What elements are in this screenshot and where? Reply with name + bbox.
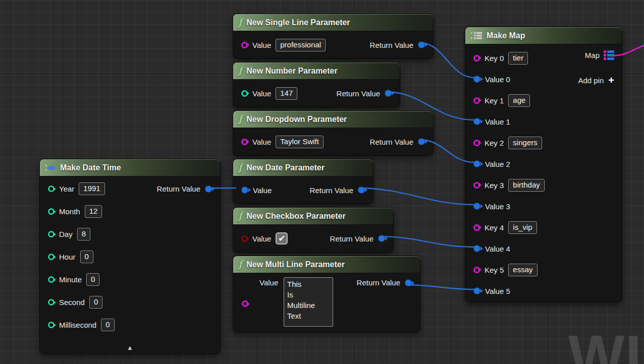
- value-checkbox[interactable]: ✔: [276, 232, 288, 245]
- pin-row: Value 147 Return Value: [233, 80, 400, 107]
- key4-input-pin[interactable]: [473, 224, 480, 231]
- pin-label: Year: [59, 185, 74, 193]
- value2-input-pin[interactable]: [473, 160, 480, 167]
- node-new-number-parameter[interactable]: ƒ New Number Parameter Value 147 Return …: [233, 62, 400, 107]
- function-icon: ƒ: [238, 66, 242, 76]
- pin-row: Value This Is Multiline Text Return Valu…: [233, 273, 420, 332]
- value-label: Value: [252, 41, 271, 49]
- value1-input-pin[interactable]: [473, 118, 480, 125]
- year-field[interactable]: 1991: [79, 183, 104, 195]
- node-new-date-parameter[interactable]: ƒ New Date Parameter Value Return Value: [233, 159, 373, 204]
- pin-row-day: Day 8: [40, 223, 220, 246]
- millisecond-field[interactable]: 0: [101, 319, 114, 331]
- wire-checkbox-to-value4[interactable]: [380, 236, 474, 247]
- key1-field[interactable]: age: [508, 94, 530, 107]
- return-value-label: Return Value: [157, 185, 200, 193]
- month-field[interactable]: 12: [85, 205, 102, 218]
- node-new-single-line-parameter[interactable]: ƒ New Single Line Parameter Value profes…: [233, 14, 434, 59]
- node-make-map[interactable]: Make Map Key 0 tier Value 0 Key 1 age Va…: [465, 27, 622, 302]
- year-input-pin[interactable]: [48, 186, 55, 192]
- key-row-2: Key 2 singers: [465, 132, 622, 153]
- value-label: Value 1: [485, 117, 510, 126]
- node-title: New Date Parameter: [246, 163, 325, 172]
- millisecond-input-pin[interactable]: [48, 322, 55, 328]
- month-input-pin[interactable]: [48, 208, 55, 215]
- node-title: New Checkbox Parameter: [246, 212, 346, 221]
- key4-field[interactable]: is_vip: [508, 221, 536, 234]
- node-make-date-time-header[interactable]: Make Date Time: [40, 159, 220, 176]
- pin-label: Hour: [59, 253, 76, 261]
- value-input-pin[interactable]: [241, 187, 248, 194]
- key3-field[interactable]: birthday: [508, 179, 544, 192]
- node-header[interactable]: ƒ New Date Parameter: [233, 159, 373, 176]
- node-new-dropdown-parameter[interactable]: ƒ New Dropdown Parameter Value Taylor Sw…: [233, 110, 434, 156]
- node-header[interactable]: ƒ New Single Line Parameter: [233, 14, 433, 31]
- return-value-label: Return Value: [357, 278, 400, 287]
- pin-label: Day: [59, 230, 73, 238]
- value-input-pin[interactable]: [241, 90, 248, 97]
- hour-field[interactable]: 0: [80, 251, 93, 263]
- value-field[interactable]: Taylor Swift: [276, 136, 324, 148]
- value-input-pin[interactable]: [241, 42, 248, 48]
- value-label: Value: [252, 138, 271, 146]
- value-input-pin[interactable]: [241, 235, 248, 242]
- day-field[interactable]: 8: [77, 228, 90, 240]
- key0-input-pin[interactable]: [473, 55, 480, 62]
- value3-input-pin[interactable]: [473, 203, 480, 210]
- value-multiline-field[interactable]: This Is Multiline Text: [284, 277, 333, 327]
- node-header[interactable]: ƒ New Multi Line Parameter: [233, 256, 420, 273]
- node-header[interactable]: Make Map: [465, 27, 622, 44]
- pin-row-month: Month 12: [40, 200, 220, 223]
- key5-field[interactable]: essay: [508, 264, 537, 276]
- pin-row-second: Second 0: [40, 291, 220, 314]
- return-value-label: Return Value: [330, 234, 373, 243]
- node-header[interactable]: ƒ New Checkbox Parameter: [233, 208, 393, 225]
- wire-date-to-value3[interactable]: [359, 188, 474, 205]
- collapse-pins-arrow[interactable]: ▲: [127, 344, 133, 351]
- function-icon: ƒ: [238, 163, 242, 172]
- node-title: New Multi Line Parameter: [246, 260, 345, 269]
- key-label: Key 1: [485, 96, 504, 105]
- value4-input-pin[interactable]: [473, 245, 480, 252]
- function-icon: ƒ: [238, 260, 242, 269]
- key2-field[interactable]: singers: [508, 137, 542, 149]
- key-row-4: Key 4 is_vip: [465, 217, 622, 238]
- value-label: Value 2: [485, 160, 510, 168]
- hour-input-pin[interactable]: [48, 254, 55, 260]
- key2-input-pin[interactable]: [473, 140, 480, 146]
- pin-label: Month: [59, 207, 80, 216]
- day-input-pin[interactable]: [48, 231, 55, 237]
- value0-input-pin[interactable]: [473, 76, 480, 83]
- node-new-multi-line-parameter[interactable]: ƒ New Multi Line Parameter Value This Is…: [233, 256, 420, 332]
- return-value-pin[interactable]: [205, 186, 212, 193]
- add-pin-button[interactable]: Add pin +: [578, 75, 614, 85]
- key-label: Key 4: [485, 223, 504, 232]
- checkbox-checked-icon: ✔: [278, 234, 285, 243]
- return-value-label: Return Value: [370, 138, 413, 146]
- key-row-3: Key 3 birthday: [465, 174, 622, 196]
- node-make-date-time[interactable]: Make Date Time Year 1991 Return Value Mo…: [39, 159, 221, 354]
- key5-input-pin[interactable]: [473, 267, 480, 273]
- value-input-pin[interactable]: [242, 300, 248, 307]
- map-output-pin[interactable]: [604, 50, 614, 60]
- second-field[interactable]: 0: [89, 296, 102, 309]
- minute-field[interactable]: 0: [86, 273, 99, 286]
- return-value-label: Return Value: [310, 186, 353, 195]
- value-input-pin[interactable]: [241, 139, 248, 145]
- key3-input-pin[interactable]: [473, 182, 480, 189]
- node-new-checkbox-parameter[interactable]: ƒ New Checkbox Parameter Value ✔ Return …: [233, 207, 394, 253]
- minute-input-pin[interactable]: [48, 276, 55, 283]
- node-header[interactable]: ƒ New Number Parameter: [233, 63, 400, 80]
- key1-input-pin[interactable]: [473, 97, 480, 104]
- value-field[interactable]: professional: [276, 39, 326, 51]
- value5-input-pin[interactable]: [473, 287, 480, 294]
- blueprint-graph-canvas[interactable]: WU Make Date Time Year 1991 Retur: [0, 0, 644, 364]
- node-header[interactable]: ƒ New Dropdown Parameter: [233, 111, 433, 128]
- value-field[interactable]: 147: [276, 87, 297, 100]
- value-row-1: Value 1: [465, 111, 622, 132]
- node-title: New Number Parameter: [246, 67, 338, 76]
- value-label: Value: [252, 89, 271, 98]
- return-value-pin[interactable]: [385, 90, 392, 97]
- key0-field[interactable]: tier: [508, 52, 528, 65]
- second-input-pin[interactable]: [48, 299, 55, 306]
